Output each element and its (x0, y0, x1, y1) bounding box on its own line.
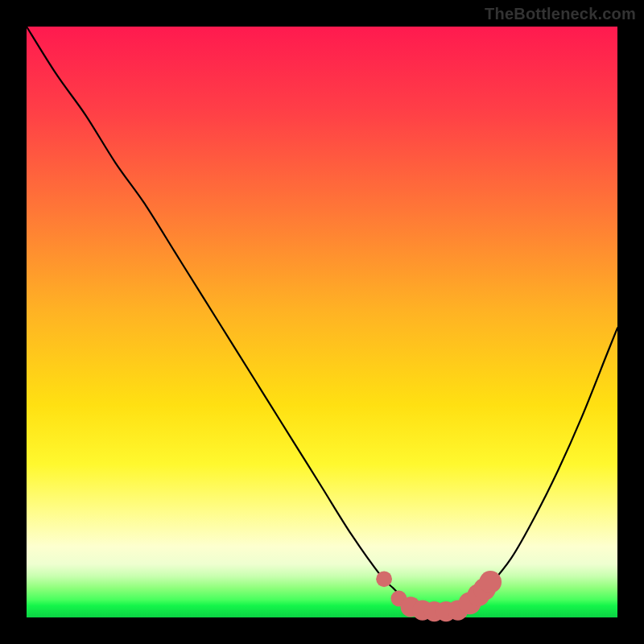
chart-svg (27, 27, 617, 617)
chart-marker (479, 571, 502, 593)
chart-line (27, 27, 617, 612)
watermark-text: TheBottleneck.com (485, 5, 636, 23)
chart-marker (376, 571, 392, 587)
chart-container: TheBottleneck.com (0, 0, 644, 644)
chart-markers (376, 571, 502, 621)
